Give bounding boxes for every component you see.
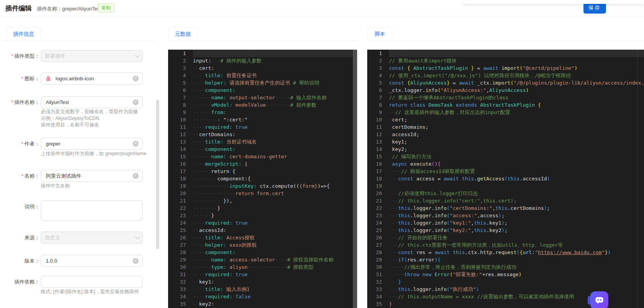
code-line: 27···// this.ctx里面有一些常用的方法类，比如utils、http…	[367, 241, 644, 249]
tab-script[interactable]: 脚本	[368, 27, 392, 40]
code-line: 13····title: 当前证书域名	[168, 138, 357, 145]
chat-bot-handle	[588, 296, 590, 305]
code-line: 29···if(res.error){	[367, 256, 644, 263]
code-line: 4····title: 前置任务证书	[168, 72, 357, 79]
code-line: 18········component:{	[168, 175, 357, 182]
code-line: 23···this.logger.info("access:",access);	[367, 212, 644, 219]
chat-robot-icon	[594, 295, 604, 305]
code-line: 32··key1:	[168, 278, 357, 286]
code-line: 3const { AbstractTaskPlugin } = await im…	[367, 64, 644, 72]
code-line: 15······name: cert-domains-getter	[168, 153, 357, 160]
tab-plugin-info[interactable]: 插件信息	[6, 27, 41, 40]
metadata-code-editor[interactable]: 12input:···# 插件的输入参数3··cert:4····title: …	[168, 50, 357, 308]
code-line: 6····component:	[168, 87, 357, 94]
code-line: 23······}	[168, 212, 357, 219]
code-line: 22········}	[168, 204, 357, 212]
script-code-editor[interactable]: 12// 要用await来import模块3const { AbstractTa…	[367, 50, 644, 308]
code-line: 30······type: aliyun·············# 授权类型	[168, 263, 357, 271]
code-line: 9··// 这里是插件的输入参数，对应左边的input配置	[367, 109, 644, 116]
icon-field-wrap: ✕	[41, 73, 143, 85]
code-line: 9······from:	[168, 109, 357, 116]
code-line: 19············inputKey: ctx.compute(({fo…	[168, 182, 357, 190]
code-line: 28···const res = await this.ctx.http.req…	[367, 249, 644, 256]
clear-icon[interactable]: ✕	[133, 258, 139, 264]
code-line: 8······vModel: modelValue········# 组件参数	[168, 101, 357, 109]
title-input[interactable]	[45, 173, 133, 179]
copy-button[interactable]: 复制	[98, 3, 114, 12]
icon-input[interactable]	[55, 75, 133, 82]
metadata-panel: 元数据 12input:···# 插件的输入参数3··cert:4····tit…	[168, 26, 357, 308]
author-help: 上传插件市场时作为前缀，如 greper/pluginName	[41, 151, 146, 157]
clear-icon[interactable]: ✕	[133, 173, 139, 179]
chevron-down-icon	[135, 53, 140, 58]
code-line: 14·key2;	[367, 145, 644, 153]
code-line: 17······return {	[168, 168, 357, 175]
dependencies-input[interactable]	[45, 279, 139, 285]
form-scrollbar[interactable]	[156, 100, 159, 249]
code-line: 6_ctx.logger.info("AliyunAccess:",Aliyun…	[367, 87, 644, 94]
code-line: 35··key2:	[168, 300, 357, 308]
code-line: 25··accessId:	[168, 227, 357, 234]
version-input[interactable]	[45, 258, 133, 264]
code-line: 28····component:	[168, 249, 357, 256]
form-row-description: 说明：	[3, 201, 155, 221]
code-line: 17····// 根据accessId获取授权配置	[367, 168, 644, 175]
plugin-name-text: 插件名称：greper/AliyunTest	[37, 5, 101, 12]
code-line: 34····required: false	[168, 293, 357, 300]
code-line: 16····mergeScript: |	[168, 160, 357, 168]
page-title: 插件编辑	[5, 4, 32, 13]
code-line: 3··cert:	[168, 64, 357, 72]
code-line: 18···const access = await this.getAccess…	[367, 175, 644, 182]
code-line: 5····helper: 请选择前置任务产生的证书 # 帮助说明	[168, 79, 357, 87]
plugin-name-help: 必须为英文或数字，驼峰命名，类型作为前缀 示例：AliyunDeployToCD…	[41, 109, 138, 128]
code-line: 29······name: access-selector····# 授权选择组…	[168, 256, 357, 263]
code-line: 20···//必须使用this.logger打印日志	[367, 190, 644, 197]
code-line: 1	[168, 50, 357, 57]
code-line: 20··············return form.cert	[168, 190, 357, 197]
code-line: 16·async execute(){	[367, 160, 644, 168]
clear-icon[interactable]: ✕	[133, 141, 139, 147]
code-line: 27····helper: xxxx的授权	[168, 241, 357, 249]
top-right-floating-bar	[462, 0, 644, 4]
code-line: 8return class DemoTask extends AbstractT…	[367, 101, 644, 109]
code-line: 26····title: Access授权	[168, 234, 357, 241]
code-line: 14····component:	[168, 145, 357, 153]
metadata-editor-scrollbar[interactable]	[353, 50, 357, 308]
code-line: 31····required: true	[168, 271, 357, 278]
code-line: 7// 要返回一个继承AbstractTaskPlugin的class	[367, 94, 644, 101]
clear-icon[interactable]: ✕	[133, 76, 139, 81]
code-line: 21···// this.logger.info("cert:",this.ce…	[367, 197, 644, 204]
code-line: 7······name: output-selector·····# 输入组件名…	[168, 94, 357, 101]
clear-icon[interactable]: ✕	[133, 99, 139, 105]
plugin-name-input[interactable]	[45, 99, 133, 106]
code-line: 19	[367, 182, 644, 190]
author-input[interactable]	[45, 140, 133, 147]
airbnb-icon	[45, 75, 52, 82]
code-line: 25···this.logger.info("key2:",this.key2)…	[367, 227, 644, 234]
plugin-info-tabbar: 插件信息	[3, 27, 155, 41]
source-select[interactable]: 自定义	[41, 232, 143, 244]
description-textarea[interactable]	[45, 201, 139, 222]
code-line: 24····required: true	[168, 219, 357, 227]
code-line: 26···// 开始你的部署任务	[367, 234, 644, 241]
code-line: 10········- ":cert:"	[168, 116, 357, 123]
code-line: 10·cert;	[367, 116, 644, 123]
code-line: 11····required: true	[168, 123, 357, 131]
tab-metadata[interactable]: 元数据	[168, 27, 198, 40]
code-line: 12·accessId;	[367, 131, 644, 138]
metadata-tabbar: 元数据	[168, 27, 357, 41]
plugin-type-select[interactable]: 部署插件	[41, 50, 143, 62]
code-line: 2// 要用await来import模块	[367, 57, 644, 64]
plugin-edit-page: 插件编辑 插件名称：greper/AliyunTest 复制 保存 插件信息 *…	[0, 0, 644, 308]
code-line: 30·····//抛出异常，终止任务，否则将被判定为执行成功	[367, 263, 644, 271]
code-line: 13·key1;	[367, 138, 644, 145]
code-line: 24···this.logger.info("key1:",this.key1)…	[367, 219, 644, 227]
code-line: 2input:···# 插件的输入参数	[168, 57, 357, 64]
chat-bot-button[interactable]	[590, 291, 608, 308]
editor-scrollbar-rule	[637, 50, 638, 308]
code-line: 12··certDomains:	[168, 131, 357, 138]
title-help: 插件中文名称	[41, 183, 70, 189]
plugin-info-panel: 插件信息 *插件类型： 部署插件 *图标： ✕ *插件名称：	[3, 26, 155, 308]
code-line: 5const {AliyunAccess} = await _ctx.impor…	[367, 79, 644, 87]
dependencies-help: 格式: [作者/]插件名[:版本]，需先安装依赖插件	[41, 289, 139, 295]
